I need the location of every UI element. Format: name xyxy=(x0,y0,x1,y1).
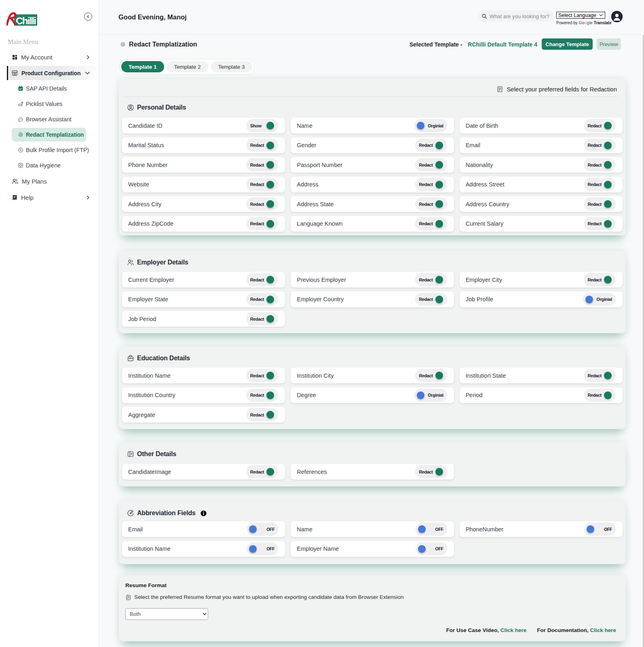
svg-text:Chilli: Chilli xyxy=(16,15,36,26)
